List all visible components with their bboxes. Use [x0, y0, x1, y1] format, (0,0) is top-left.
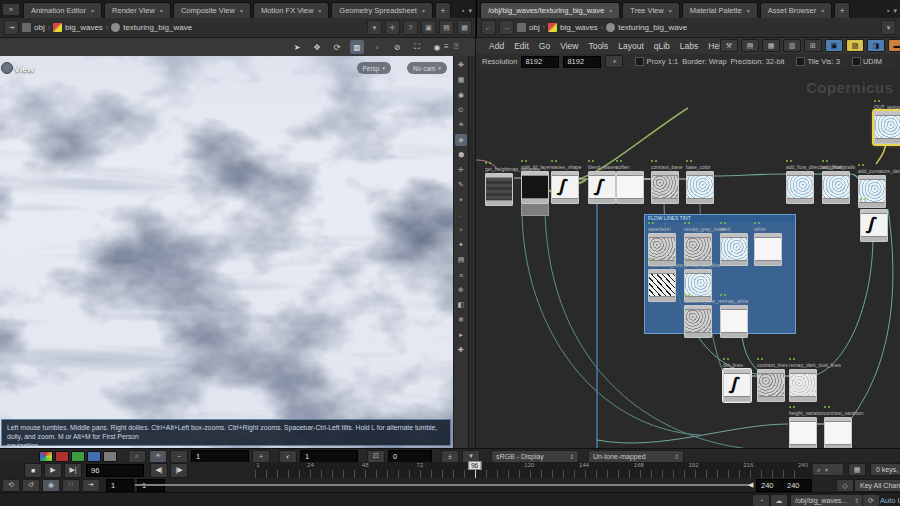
- brightness-value[interactable]: 1: [191, 450, 249, 463]
- node-body[interactable]: [824, 417, 852, 448]
- node-output-strip[interactable]: [685, 332, 711, 337]
- flag-dot[interactable]: [757, 358, 759, 360]
- exposure-icon[interactable]: ±: [441, 450, 459, 463]
- flag-dot[interactable]: [878, 100, 880, 102]
- zoom-icon[interactable]: ⌕: [128, 450, 146, 463]
- link-icon[interactable]: ⇥: [4, 20, 19, 35]
- vp-tool-icon-0[interactable]: ➤: [290, 40, 304, 54]
- checkbox-icon[interactable]: [852, 57, 861, 66]
- menu-go[interactable]: Go: [534, 41, 555, 51]
- flag-dot[interactable]: [551, 160, 553, 162]
- refresh-icon[interactable]: ⟳: [862, 494, 880, 506]
- node-body[interactable]: [684, 305, 712, 338]
- vp-side-icon-9[interactable]: ⌖: [455, 194, 467, 206]
- vp-side-icon-14[interactable]: ≡: [455, 269, 467, 281]
- flag-dot[interactable]: [858, 164, 860, 166]
- param-field[interactable]: 8192: [563, 56, 601, 68]
- vp-side-icon-19[interactable]: ✚: [455, 344, 467, 356]
- tonemap-dropdown[interactable]: Un-tone-mapped⇕: [588, 450, 684, 463]
- node-white[interactable]: white: [754, 226, 784, 266]
- playhead-marker[interactable]: 96: [468, 461, 481, 470]
- vp-tool-icon-3[interactable]: ▩: [350, 40, 364, 54]
- channel-swatch-1[interactable]: [55, 451, 69, 462]
- vp-side-icon-7[interactable]: ✛: [455, 164, 467, 176]
- node-body[interactable]: [485, 173, 513, 206]
- vp-tool-icon-6[interactable]: ⛶: [410, 40, 424, 54]
- node-output-strip[interactable]: [721, 260, 747, 265]
- menu-edit[interactable]: Edit: [509, 41, 534, 51]
- dropdown-arrow-icon[interactable]: ▾: [881, 20, 896, 35]
- contrast-icon[interactable]: ◐: [279, 450, 297, 463]
- flag-dot[interactable]: [688, 222, 690, 224]
- breadcrumb-node[interactable]: texturing_big_wave: [606, 23, 687, 32]
- node-output-strip[interactable]: [875, 138, 900, 143]
- flag-dot[interactable]: [688, 294, 690, 296]
- brightness-minus-button[interactable]: −: [170, 450, 188, 463]
- node-body[interactable]: [588, 171, 616, 204]
- node-body[interactable]: [648, 269, 676, 302]
- colored-tool-icon-0[interactable]: ▣: [825, 39, 843, 52]
- scene-viewport[interactable]: View Persp▾ No cam▾ Left mouse tumbles. …: [0, 56, 453, 448]
- node-soften[interactable]: soften: [616, 164, 646, 204]
- node-body[interactable]: [789, 417, 817, 448]
- vp-side-icon-5[interactable]: ◈: [455, 134, 467, 146]
- tab-asset-browser[interactable]: Asset Browser▾: [760, 2, 832, 18]
- vp-tool-icon-1[interactable]: ✥: [310, 40, 324, 54]
- vp-side-icon-15[interactable]: ⊕: [455, 284, 467, 296]
- range-subend-field[interactable]: 240: [782, 479, 812, 492]
- flag-dot[interactable]: [521, 160, 523, 162]
- playback-option-4[interactable]: ➔: [82, 479, 100, 492]
- tab--obj-big-waves-texturing-big-wave[interactable]: /obj/big_waves/texturing_big_wave▾: [480, 2, 620, 18]
- tab-close-icon[interactable]: ▾: [821, 7, 824, 14]
- tab-close-icon[interactable]: ▾: [318, 7, 321, 14]
- node-body[interactable]: [874, 111, 900, 144]
- node-output-strip[interactable]: [758, 396, 784, 401]
- tab-motion-fx-view[interactable]: Motion FX View▾: [253, 2, 329, 18]
- checkbox-icon[interactable]: [796, 57, 805, 66]
- play-button[interactable]: ▶: [44, 463, 62, 478]
- colored-tool-icon-1[interactable]: ▨: [846, 39, 864, 52]
- flag-dot[interactable]: [790, 160, 792, 162]
- flag-dot[interactable]: [555, 160, 557, 162]
- tab-close-icon[interactable]: ▾: [240, 7, 243, 14]
- keyframe-view-icon[interactable]: ▦: [848, 463, 866, 476]
- help-icon[interactable]: ?: [403, 20, 418, 35]
- toolbar-icon-0[interactable]: ⚒: [720, 39, 738, 52]
- tab-close-icon[interactable]: ▾: [91, 7, 94, 14]
- node-body[interactable]: [822, 171, 850, 204]
- forward-icon[interactable]: →: [499, 20, 514, 35]
- toolbar-icon-3[interactable]: ▥: [783, 39, 801, 52]
- node-add_flow_direction_details[interactable]: add_flow_direction_details: [786, 164, 816, 204]
- flag-dot[interactable]: [724, 222, 726, 224]
- flag-dot[interactable]: [489, 162, 491, 164]
- help-icon[interactable]: ⍰: [454, 42, 459, 52]
- menu-qlib[interactable]: qLib: [649, 41, 675, 51]
- vp-side-icon-11[interactable]: ∘: [455, 224, 467, 236]
- tab-close-icon[interactable]: ▾: [609, 7, 612, 14]
- node-turbulent_flow_n[interactable]: turbulent_flow_n: [684, 298, 714, 338]
- flag-dot[interactable]: [754, 222, 756, 224]
- pane-maximize-icon[interactable]: ▪: [887, 7, 889, 15]
- node-remap_dark_dust_lines[interactable]: remap_dark_dust_lines: [789, 362, 819, 402]
- end-button[interactable]: ▶|: [64, 463, 82, 478]
- persp-selector[interactable]: Persp▾: [357, 62, 392, 74]
- node-output-strip[interactable]: [552, 198, 578, 203]
- node-blend_waves[interactable]: blend_waves: [588, 164, 618, 204]
- snapshot-icon[interactable]: ▣: [421, 20, 436, 35]
- param-checkbox-udim[interactable]: UDIM: [852, 57, 882, 66]
- node-contrast_variation[interactable]: contrast_variation: [824, 410, 854, 448]
- flag-dot[interactable]: [592, 160, 594, 162]
- breadcrumb-network[interactable]: big_waves: [548, 23, 598, 32]
- back-icon[interactable]: ←: [481, 20, 496, 35]
- new-tab-button-right[interactable]: +: [834, 2, 850, 18]
- vp-tool-icon-7[interactable]: ◉: [430, 40, 444, 54]
- colored-tool-icon-3[interactable]: ▬: [888, 39, 900, 52]
- checkbox-icon[interactable]: [635, 57, 644, 66]
- flag-dot[interactable]: [648, 258, 650, 260]
- keys-status-button[interactable]: 0 keys, 0/0 chan: [870, 463, 900, 476]
- breadcrumb-root[interactable]: obj: [517, 23, 540, 32]
- flag-dot[interactable]: [648, 222, 650, 224]
- vp-side-icon-3[interactable]: ⊙: [455, 104, 467, 116]
- vp-side-icon-10[interactable]: ∙: [455, 209, 467, 221]
- flag-dot[interactable]: [727, 358, 729, 360]
